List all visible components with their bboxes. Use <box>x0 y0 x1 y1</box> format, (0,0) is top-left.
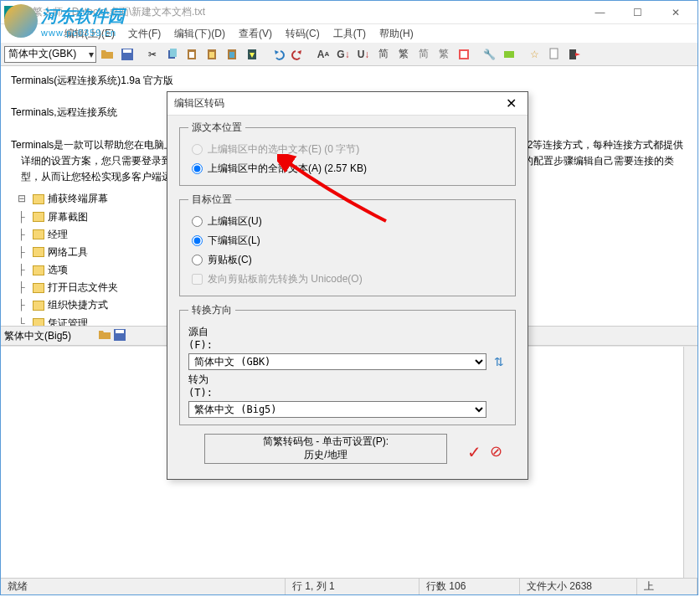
direction-fieldset: 转换方向 源自(F): 简体中文 (GBK) ⇅ 转为(T): 繁体中文 (Bi… <box>179 303 516 425</box>
status-filesize: 文件大小 2638 <box>520 579 637 594</box>
menu-file[interactable]: 文件(F) <box>123 25 166 43</box>
exit-icon[interactable] <box>565 45 584 64</box>
tool1-icon[interactable]: 🔧 <box>480 45 498 64</box>
svg-rect-9 <box>229 52 234 58</box>
copy-icon[interactable] <box>163 45 182 64</box>
svg-marker-13 <box>297 50 301 54</box>
radio-lower-editor[interactable]: 下编辑区(L) <box>188 231 507 250</box>
open-lower-icon[interactable] <box>98 328 111 344</box>
svg-rect-7 <box>209 52 214 58</box>
svg-rect-1 <box>123 49 131 53</box>
undo-icon[interactable] <box>269 45 287 64</box>
svg-rect-18 <box>569 49 576 59</box>
source-fieldset: 源文本位置 上编辑区中的选中文本(E) (0 字节) 上编辑区中的全部文本(A)… <box>179 121 516 186</box>
titlebar: 简繁大师 - D:\tools\桌面\新建文本文档.txt — ☐ ✕ <box>1 1 697 24</box>
encoding-combo-top[interactable]: 简体中文(GBK) <box>4 46 96 63</box>
save-lower-icon[interactable] <box>113 328 126 344</box>
content-line1: Terminals(远程连接系统)1.9a 官方版 <box>11 73 687 89</box>
paste2-icon[interactable] <box>203 45 222 64</box>
status-lines: 行数 106 <box>419 579 520 594</box>
source-legend: 源文本位置 <box>188 121 245 135</box>
ok-icon[interactable]: ✓ <box>467 442 481 462</box>
svg-rect-16 <box>504 51 514 58</box>
svg-rect-17 <box>550 49 558 59</box>
open-icon[interactable] <box>98 45 116 64</box>
target-fieldset: 目标位置 上编辑区(U) 下编辑区(L) 剪贴板(C) 发向剪贴板前先转换为 U… <box>179 193 516 296</box>
to-label: 转为(T): <box>188 373 232 399</box>
svg-marker-19 <box>575 53 580 56</box>
star-icon[interactable]: ☆ <box>525 45 543 64</box>
menu-convert[interactable]: 转码(C) <box>281 25 325 43</box>
u-down-icon[interactable]: U↓ <box>354 45 373 64</box>
menu-help[interactable]: 帮助(H) <box>374 25 419 43</box>
fan2-icon[interactable]: 繁 <box>435 45 453 64</box>
app-icon <box>4 6 18 19</box>
to-select[interactable]: 繁体中文 (Big5) <box>188 401 486 418</box>
menu-edit-lower[interactable]: 编辑(下)(D) <box>169 25 230 43</box>
paste-icon[interactable] <box>183 45 202 64</box>
status-position: 行 1, 列 1 <box>286 579 419 594</box>
fan-icon[interactable]: 繁 <box>394 45 413 64</box>
menu-edit-upper[interactable]: 编辑(上)(E) <box>59 25 120 43</box>
svg-rect-21 <box>116 330 124 333</box>
cut-icon[interactable]: ✂ <box>143 45 162 64</box>
minimize-button[interactable]: — <box>581 2 619 23</box>
status-tail: 上 <box>637 579 697 594</box>
svg-rect-5 <box>189 52 194 58</box>
direction-legend: 转换方向 <box>188 303 235 317</box>
svg-marker-12 <box>275 50 279 54</box>
status-ready: 就绪 <box>1 579 286 594</box>
jian-icon[interactable]: 简 <box>374 45 393 64</box>
target-legend: 目标位置 <box>188 193 235 207</box>
statusbar: 就绪 行 1, 列 1 行数 106 文件大小 2638 上 <box>1 578 697 594</box>
menu-tools[interactable]: 工具(T) <box>328 25 371 43</box>
new-doc-icon[interactable] <box>545 45 564 64</box>
jian2-icon[interactable]: 简 <box>414 45 433 64</box>
save-icon[interactable] <box>118 45 136 64</box>
encoding-combo-lower[interactable]: 繁体中文(Big5) <box>4 329 96 343</box>
paste3-icon[interactable] <box>224 45 242 64</box>
svg-rect-3 <box>170 49 177 57</box>
swap-icon[interactable]: ⇅ <box>492 355 507 368</box>
tool2-icon[interactable] <box>500 45 518 64</box>
convert-button[interactable]: 简繁转码包 - 单击可设置(P): 历史/地理 <box>204 434 447 464</box>
maximize-button[interactable]: ☐ <box>619 2 656 23</box>
cancel-icon[interactable]: ⊘ <box>490 442 502 462</box>
menu-view[interactable]: 查看(V) <box>234 25 277 43</box>
from-label: 源自(F): <box>188 325 232 351</box>
paste4-icon[interactable] <box>244 45 262 64</box>
radio-all-text[interactable]: 上编辑区中的全部文本(A) (2.57 KB) <box>188 159 507 178</box>
redo-icon[interactable] <box>289 45 307 64</box>
from-select[interactable]: 简体中文 (GBK) <box>188 353 486 370</box>
radio-clipboard[interactable]: 剪贴板(C) <box>188 250 507 270</box>
dialog-title: 编辑区转码 <box>174 96 501 111</box>
menubar: 编辑(上)(E) 文件(F) 编辑(下)(D) 查看(V) 转码(C) 工具(T… <box>1 24 697 43</box>
close-button[interactable]: ✕ <box>656 2 694 23</box>
radio-selected-text: 上编辑区中的选中文本(E) (0 字节) <box>188 140 507 159</box>
radio-upper-editor[interactable]: 上编辑区(U) <box>188 212 507 231</box>
g-down-icon[interactable]: G↓ <box>334 45 353 64</box>
checkbox-unicode: 发向剪贴板前先转换为 Unicode(O) <box>188 270 507 289</box>
svg-rect-15 <box>461 51 467 58</box>
convert-dialog: 编辑区转码 ✕ 源文本位置 上编辑区中的选中文本(E) (0 字节) 上编辑区中… <box>167 91 528 480</box>
book-icon[interactable] <box>455 45 473 64</box>
aa-icon[interactable]: AA <box>314 45 332 64</box>
dialog-close-button[interactable]: ✕ <box>501 94 521 114</box>
toolbar-top: 简体中文(GBK) ✂ AA G↓ U↓ 简 繁 简 繁 🔧 ☆ <box>1 43 697 66</box>
window-title: 简繁大师 - D:\tools\桌面\新建文本文档.txt <box>23 5 581 19</box>
